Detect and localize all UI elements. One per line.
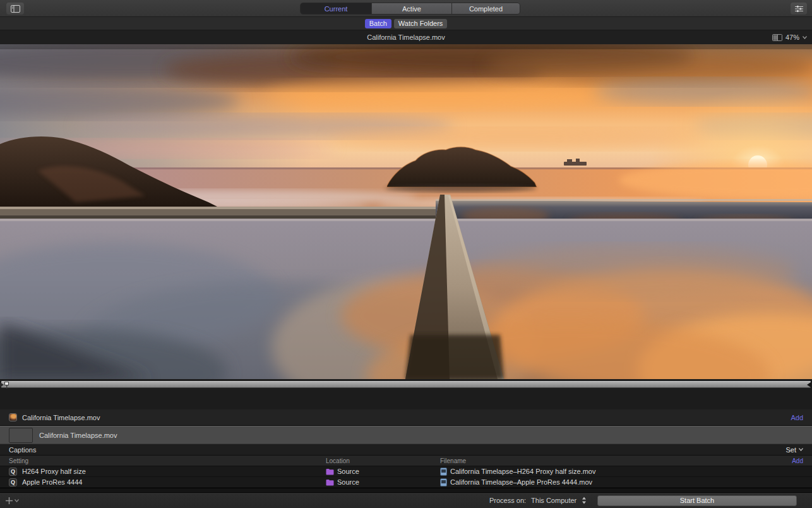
output-row[interactable]: Q Apple ProRes 4444 Source California Ti… [0,477,812,488]
source-row-selected[interactable]: California Timelapse.mov [0,426,812,444]
tab-completed[interactable]: Completed [451,3,520,14]
source-thumbnail [9,428,33,443]
captions-set-control[interactable]: Set [785,446,803,454]
sidebar-icon [11,5,20,13]
tab-current[interactable]: Current [301,3,371,14]
start-batch-button[interactable]: Start Batch [597,495,797,506]
process-on-control: Process on: This Computer [489,497,587,504]
inspector-toggle-button[interactable] [791,3,807,15]
footer-bar: Process on: This Computer Start Batch [0,492,812,508]
add-output-link[interactable]: Add [791,414,803,421]
location-value: Source [337,478,359,486]
source-title: California Timelapse.mov [39,432,117,439]
plus-icon [5,497,13,505]
outputs-header-row: Setting Location Filename Add [0,456,812,466]
transport-bar: 00:00:00:00 [0,379,812,409]
captions-label: Captions [9,446,36,454]
playhead[interactable] [4,382,9,389]
filename-value: California Timelapse–H264 Proxy half siz… [450,468,596,475]
sidebar-toggle-button[interactable] [6,3,24,15]
tab-active[interactable]: Active [371,3,451,14]
setting-name: H264 Proxy half size [22,468,86,475]
zoom-control[interactable]: 47% [772,30,807,44]
toolbar: Current Active Completed [0,0,812,17]
scrubber-start-marker [0,382,4,387]
quicktime-setting-icon: Q [9,478,17,487]
timeline-scrubber[interactable] [1,381,811,388]
batch-spacer [0,488,812,492]
zoom-level: 47% [785,33,799,41]
folder-icon [326,468,334,475]
movie-file-icon [440,478,447,487]
job-title: California Timelapse.mov [22,414,100,421]
compressor-window: Current Active Completed Batch Watch Fol… [0,0,812,508]
movie-clip-icon [9,413,17,421]
location-column-header: Location [326,457,350,464]
inspector-icon [795,5,803,13]
stepper-icon[interactable] [582,497,587,504]
process-on-label: Process on: [489,497,526,504]
preview-image [0,44,812,379]
movie-file-icon [440,468,447,476]
filename-value: California Timelapse–Apple ProRes 4444.m… [450,478,592,486]
add-job-button[interactable] [5,497,19,505]
scrubber-end-marker [807,382,811,387]
filename-column-header: Filename [440,457,466,464]
captions-set-label: Set [785,446,796,454]
split-view-icon [772,34,782,41]
folder-icon [326,479,334,486]
setting-name: Apple ProRes 4444 [22,478,82,486]
captions-row[interactable]: Captions Set [0,444,812,456]
add-setting-link[interactable]: Add [792,457,803,464]
view-switcher: Batch Watch Folders [0,17,812,30]
location-value: Source [337,468,359,475]
status-tabs: Current Active Completed [300,3,520,15]
job-row[interactable]: California Timelapse.mov Add [0,409,812,426]
preview-title: California Timelapse.mov [367,33,445,41]
setting-column-header: Setting [9,457,28,464]
quicktime-setting-icon: Q [9,468,17,476]
batch-panel: California Timelapse.mov Add California … [0,409,812,492]
preview-titlebar: California Timelapse.mov 47% [0,30,812,44]
chevron-down-icon [803,36,807,39]
chevron-down-icon [799,448,803,451]
view-watch-folders-button[interactable]: Watch Folders [394,19,448,28]
output-row[interactable]: Q H264 Proxy half size Source California… [0,466,812,477]
chevron-down-icon [15,499,19,502]
view-batch-button[interactable]: Batch [365,19,391,28]
process-on-popup[interactable]: This Computer [531,497,576,504]
